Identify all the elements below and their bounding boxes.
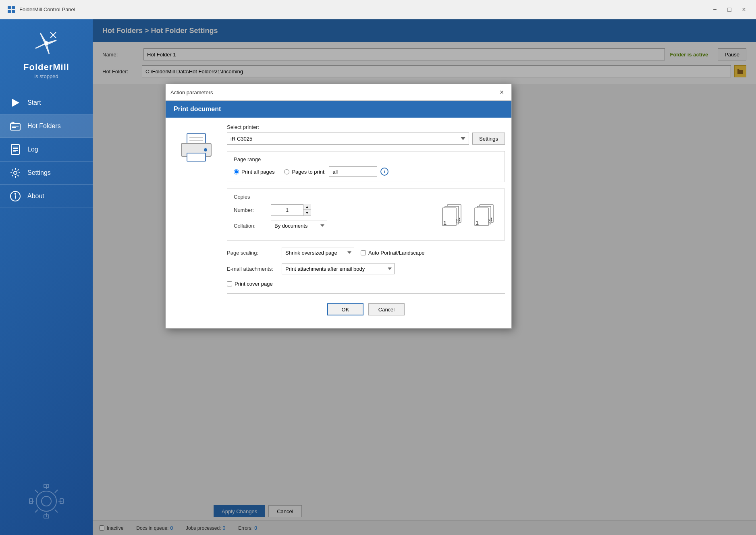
log-icon (10, 144, 21, 155)
svg-point-20 (14, 171, 17, 174)
content-area: Hot Folders > Hot Folder Settings Name: … (93, 19, 756, 535)
auto-portrait-checkbox[interactable] (361, 250, 366, 255)
modal-overlay: Action parameters × Print document (93, 19, 756, 535)
sidebar-item-start-label: Start (27, 99, 41, 106)
pages-input[interactable] (329, 166, 377, 177)
svg-point-34 (204, 148, 207, 151)
svg-rect-2 (8, 10, 11, 13)
collation-label: Collation: (234, 223, 266, 229)
svg-rect-12 (10, 124, 20, 130)
printer-select[interactable]: iR C3025 (227, 133, 469, 145)
printer-icon (178, 132, 214, 164)
spin-down-button[interactable]: ▼ (303, 210, 311, 216)
about-icon (10, 191, 21, 202)
printer-select-group: Select printer: iR C3025 Settings (227, 124, 505, 145)
print-cover-checkbox[interactable] (227, 281, 232, 286)
ok-button[interactable]: OK (327, 303, 363, 315)
sidebar-item-start[interactable]: Start (0, 91, 93, 114)
svg-rect-0 (8, 6, 11, 9)
collation-select[interactable]: By documents By pages (271, 220, 327, 231)
sidebar-item-settings-label: Settings (27, 169, 51, 176)
printer-settings-button[interactable]: Settings (472, 133, 505, 145)
title-bar-text: FolderMill Control Panel (19, 6, 709, 12)
hot-folders-icon (10, 120, 21, 132)
sidebar-item-settings[interactable]: Settings (0, 162, 93, 185)
cover-page-row: Print cover page (227, 281, 505, 287)
maximize-button[interactable]: □ (724, 4, 735, 15)
uncollated-icon: 3 2 1 (474, 204, 498, 230)
dialog-close-button[interactable]: × (497, 87, 507, 97)
auto-portrait-text: Auto Portrait/Landscape (368, 250, 424, 256)
app-icon (6, 5, 16, 15)
svg-rect-15 (11, 145, 19, 154)
print-doc-header: Print document (166, 101, 511, 118)
svg-rect-35 (187, 153, 206, 161)
dialog-buttons: OK Cancel (227, 300, 505, 322)
svg-point-24 (36, 491, 56, 511)
print-cover-label[interactable]: Print cover page (227, 281, 505, 287)
sidebar-item-hot-folders[interactable]: Hot Folders (0, 115, 93, 138)
print-settings-section: Select printer: iR C3025 Settings Page r… (227, 124, 505, 322)
sidebar-nav: Start Hot Folders (0, 91, 93, 208)
pages-to-print-radio[interactable]: Pages to print: (284, 169, 326, 175)
page-range-title: Page range (234, 156, 498, 162)
print-cover-text: Print cover page (235, 281, 273, 287)
svg-text:1: 1 (476, 220, 479, 226)
sidebar-item-about[interactable]: About (0, 185, 93, 208)
pages-info-icon[interactable]: i (380, 168, 388, 176)
print-doc-title: Print document (174, 106, 221, 112)
copies-fields: Number: ▲ ▼ (234, 204, 429, 235)
collation-field-row: Collation: By documents By pages (234, 220, 429, 231)
svg-rect-1 (12, 6, 15, 9)
email-attachments-label: E-mail attachments: (227, 266, 275, 272)
sidebar-app-name: FolderMill (23, 62, 69, 73)
printer-icon-section (172, 124, 220, 322)
email-select[interactable]: Print attachments after email body Print… (282, 263, 395, 274)
print-all-pages-radio[interactable]: Print all pages (234, 169, 274, 175)
cancel-button[interactable]: Cancel (368, 303, 405, 315)
title-bar: FolderMill Control Panel − □ × (0, 0, 756, 19)
collated-icon: 3 2 1 (442, 204, 466, 230)
svg-rect-3 (12, 10, 15, 13)
svg-marker-11 (12, 99, 19, 107)
dialog-divider (227, 293, 505, 294)
svg-text:1: 1 (443, 220, 447, 226)
auto-portrait-label[interactable]: Auto Portrait/Landscape (361, 250, 424, 256)
pages-to-print-row: Pages to print: i (284, 166, 388, 177)
print-doc-body: Select printer: iR C3025 Settings Page r… (166, 118, 511, 328)
collation-icons: 3 2 1 (442, 204, 498, 230)
sidebar-item-about-label: About (27, 193, 44, 200)
dialog-titlebar: Action parameters × (166, 84, 511, 101)
sidebar-item-hot-folders-label: Hot Folders (27, 122, 61, 130)
action-params-dialog: Action parameters × Print document (165, 84, 512, 329)
copies-section: Copies Number: ▲ (227, 189, 505, 241)
sidebar-logo (28, 29, 64, 59)
select-printer-label: Select printer: (227, 124, 505, 130)
email-attachments-row: E-mail attachments: Print attachments af… (227, 263, 505, 274)
sidebar: FolderMill is stopped Start Hot Folders (0, 19, 93, 535)
page-range-section: Page range Print all pages Pages to p (227, 151, 505, 182)
svg-point-25 (42, 496, 51, 506)
number-input-group: ▲ ▼ (271, 204, 311, 216)
copies-title: Copies (234, 194, 498, 200)
play-icon (10, 97, 21, 108)
scaling-select[interactable]: Shrink oversized page None Fit to page R… (282, 247, 354, 258)
logo-icon (28, 29, 64, 57)
gear-decoration (22, 477, 71, 525)
close-button[interactable]: × (738, 4, 750, 15)
print-all-pages-label: Print all pages (241, 169, 274, 175)
spin-up-button[interactable]: ▲ (303, 204, 311, 210)
sidebar-item-log-label: Log (27, 146, 38, 153)
number-label: Number: (234, 207, 266, 213)
number-input[interactable] (271, 204, 303, 216)
svg-point-23 (15, 193, 16, 194)
sidebar-item-log[interactable]: Log (0, 138, 93, 161)
number-field-row: Number: ▲ ▼ (234, 204, 429, 216)
sidebar-status: is stopped (34, 73, 58, 79)
svg-point-8 (44, 41, 48, 45)
page-scaling-label: Page scaling: (227, 250, 275, 256)
pages-to-print-label: Pages to print: (292, 169, 326, 175)
page-scaling-row: Page scaling: Shrink oversized page None… (227, 247, 505, 258)
minimize-button[interactable]: − (709, 4, 721, 15)
settings-icon (10, 167, 21, 178)
